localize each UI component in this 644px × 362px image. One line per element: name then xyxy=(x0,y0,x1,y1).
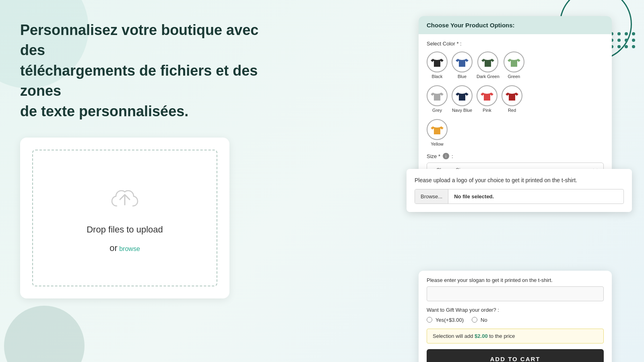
browse-link[interactable]: browse xyxy=(119,245,140,252)
color-options: Black Blue Dark Gr xyxy=(427,51,604,79)
upload-drop-text: Drop files to upload xyxy=(87,224,163,235)
add-to-cart-button[interactable]: ADD TO CART xyxy=(427,349,604,362)
upload-dropzone[interactable]: Drop files to upload or browse xyxy=(32,150,217,286)
color-options-row3: Yellow xyxy=(427,119,604,146)
product-card-lower: Please enter your slogan to get it print… xyxy=(419,271,612,362)
color-option-black[interactable]: Black xyxy=(427,51,448,79)
color-options-row2: Grey Navy Blue Pin xyxy=(427,85,604,113)
logo-upload-instruction: Please upload a logo of your choice to g… xyxy=(415,177,624,183)
gift-yes[interactable]: Yes(+$3.00) xyxy=(427,317,464,323)
size-label: Size * i : xyxy=(427,153,604,159)
color-label: Select Color * : xyxy=(427,41,604,47)
color-option-red[interactable]: Red xyxy=(502,85,522,113)
upload-zone: Drop files to upload or browse xyxy=(20,138,229,298)
gift-wrap-label: Want to Gift Wrap your order? : xyxy=(427,307,604,313)
upload-icon xyxy=(109,183,141,216)
deco-circle-bottomleft xyxy=(4,306,85,362)
gift-options: Yes(+$3.00) No xyxy=(427,317,604,323)
color-option-dark-green[interactable]: Dark Green xyxy=(477,51,500,79)
slogan-input[interactable] xyxy=(427,286,604,301)
size-info-icon: i xyxy=(443,153,449,159)
slogan-label: Please enter your slogan to get it print… xyxy=(427,277,604,283)
color-option-pink[interactable]: Pink xyxy=(477,85,497,113)
price-notice: Selection will add $2.00 to the price xyxy=(427,329,604,343)
color-option-green[interactable]: Green xyxy=(504,51,524,79)
price-amount: $2.00 xyxy=(475,333,488,339)
gift-no[interactable]: No xyxy=(472,317,487,323)
color-option-blue[interactable]: Blue xyxy=(452,51,473,79)
product-card-header: Choose Your Product Options: xyxy=(419,16,612,34)
logo-upload-card: Please upload a logo of your choice to g… xyxy=(407,169,632,212)
color-option-navy-blue[interactable]: Navy Blue xyxy=(452,85,473,113)
headline: Personnalisez votre boutique avec des té… xyxy=(20,20,262,121)
deco-dots xyxy=(610,32,636,48)
upload-browse-row: or browse xyxy=(109,243,140,253)
color-option-grey[interactable]: Grey xyxy=(427,85,448,113)
file-status: No file selected. xyxy=(448,189,500,204)
color-option-yellow[interactable]: Yellow xyxy=(427,119,448,146)
logo-browse-button[interactable]: Browse... xyxy=(415,189,448,204)
right-section: Choose Your Product Options: Select Colo… xyxy=(419,16,612,362)
left-section: Personnalisez votre boutique avec des té… xyxy=(20,20,262,298)
file-input-row: Browse... No file selected. xyxy=(415,189,624,204)
